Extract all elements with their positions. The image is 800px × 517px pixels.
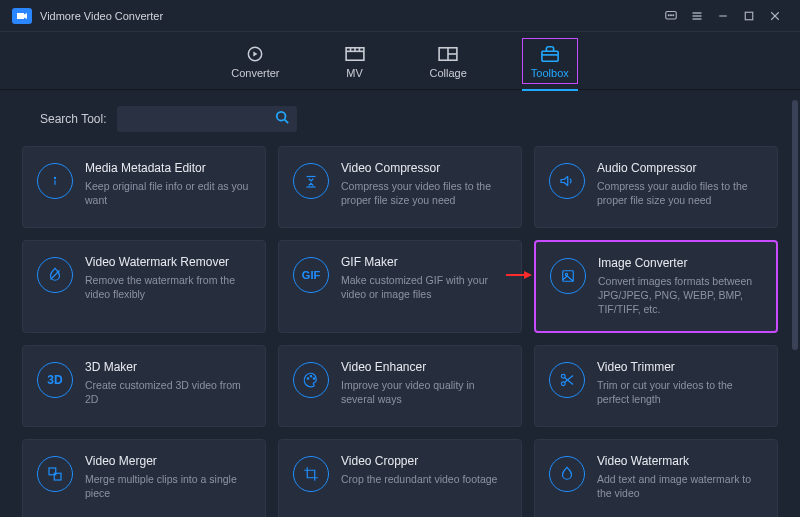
search-label: Search Tool: <box>40 112 107 126</box>
tool-grid: Media Metadata EditorKeep original file … <box>22 146 778 517</box>
tool-video-watermark[interactable]: Video WatermarkAdd text and image waterm… <box>534 439 778 517</box>
tab-label: Converter <box>231 67 279 79</box>
tool-desc: Add text and image watermark to the vide… <box>597 472 763 500</box>
audio-compress-icon <box>549 163 585 199</box>
tool-title: Video Compressor <box>341 161 507 175</box>
collage-icon <box>437 45 459 63</box>
toolbox-icon <box>539 45 561 63</box>
app-title: Vidmore Video Converter <box>40 10 163 22</box>
tool-desc: Keep original file info or edit as you w… <box>85 179 251 207</box>
tool-title: GIF Maker <box>341 255 507 269</box>
search-input[interactable] <box>125 112 275 126</box>
titlebar: Vidmore Video Converter <box>0 0 800 32</box>
svg-point-33 <box>310 375 312 377</box>
search-input-wrap[interactable] <box>117 106 297 132</box>
search-icon[interactable] <box>275 110 289 128</box>
scissors-icon <box>549 362 585 398</box>
svg-rect-21 <box>542 51 558 61</box>
mv-icon <box>344 45 366 63</box>
tool-desc: Compress your video files to the proper … <box>341 179 507 207</box>
tool-desc: Compress your audio files to the proper … <box>597 179 763 207</box>
svg-point-1 <box>668 14 669 15</box>
scrollbar[interactable] <box>792 90 798 450</box>
tool-desc: Make customized GIF with your video or i… <box>341 273 507 301</box>
watermark-remove-icon <box>37 257 73 293</box>
highlight-arrow-icon <box>506 266 532 284</box>
svg-point-3 <box>673 14 674 15</box>
tool-media-metadata-editor[interactable]: Media Metadata EditorKeep original file … <box>22 146 266 228</box>
svg-point-36 <box>561 381 565 385</box>
tool-title: Image Converter <box>598 256 762 270</box>
app-logo-icon <box>12 8 32 24</box>
tool-video-watermark-remover[interactable]: Video Watermark RemoverRemove the waterm… <box>22 240 266 333</box>
converter-icon <box>244 45 266 63</box>
info-icon <box>37 163 73 199</box>
tool-video-merger[interactable]: Video MergerMerge multiple clips into a … <box>22 439 266 517</box>
tool-title: Video Cropper <box>341 454 497 468</box>
tool-3d-maker[interactable]: 3D 3D MakerCreate customized 3D video fr… <box>22 345 266 427</box>
tool-desc: Convert images formats between JPG/JPEG,… <box>598 274 762 317</box>
feedback-icon[interactable] <box>658 0 684 32</box>
tool-title: Video Merger <box>85 454 251 468</box>
tool-video-cropper[interactable]: Video CropperCrop the redundant video fo… <box>278 439 522 517</box>
svg-point-35 <box>561 374 565 378</box>
tool-gif-maker[interactable]: GIF GIF MakerMake customized GIF with yo… <box>278 240 522 333</box>
tool-title: Video Trimmer <box>597 360 763 374</box>
tool-desc: Remove the watermark from the video flex… <box>85 273 251 301</box>
image-convert-icon <box>550 258 586 294</box>
tool-title: Video Watermark Remover <box>85 255 251 269</box>
minimize-button[interactable] <box>710 0 736 32</box>
close-button[interactable] <box>762 0 788 32</box>
svg-point-23 <box>276 112 285 121</box>
scrollbar-thumb[interactable] <box>792 100 798 350</box>
tool-desc: Improve your video quality in several wa… <box>341 378 507 406</box>
tool-audio-compressor[interactable]: Audio CompressorCompress your audio file… <box>534 146 778 228</box>
tool-title: Media Metadata Editor <box>85 161 251 175</box>
tab-label: Toolbox <box>531 67 569 79</box>
tab-toolbox[interactable]: Toolbox <box>522 38 578 84</box>
crop-icon <box>293 456 329 492</box>
search-row: Search Tool: <box>0 90 800 142</box>
palette-icon <box>293 362 329 398</box>
menu-icon[interactable] <box>684 0 710 32</box>
svg-line-24 <box>284 120 288 124</box>
tool-desc: Create customized 3D video from 2D <box>85 378 251 406</box>
tool-title: Video Enhancer <box>341 360 507 374</box>
tool-image-converter[interactable]: Image ConverterConvert images formats be… <box>534 240 778 333</box>
3d-icon: 3D <box>37 362 73 398</box>
compress-icon <box>293 163 329 199</box>
maximize-button[interactable] <box>736 0 762 32</box>
tool-video-trimmer[interactable]: Video TrimmerTrim or cut your videos to … <box>534 345 778 427</box>
svg-marker-12 <box>254 51 258 56</box>
gif-icon: GIF <box>293 257 329 293</box>
tool-desc: Crop the redundant video footage <box>341 472 497 486</box>
tool-desc: Trim or cut your videos to the perfect l… <box>597 378 763 406</box>
merge-icon <box>37 456 73 492</box>
watermark-icon <box>549 456 585 492</box>
main-tabs: Converter MV Collage Toolbox <box>0 32 800 90</box>
tool-title: Audio Compressor <box>597 161 763 175</box>
svg-point-2 <box>671 14 672 15</box>
tab-converter[interactable]: Converter <box>222 38 288 84</box>
tool-video-enhancer[interactable]: Video EnhancerImprove your video quality… <box>278 345 522 427</box>
tool-video-compressor[interactable]: Video CompressorCompress your video file… <box>278 146 522 228</box>
tab-collage[interactable]: Collage <box>421 38 476 84</box>
svg-point-25 <box>54 177 55 178</box>
tab-mv[interactable]: MV <box>335 38 375 84</box>
svg-rect-8 <box>745 12 753 20</box>
svg-point-34 <box>313 377 315 379</box>
svg-point-32 <box>307 377 309 379</box>
tab-label: MV <box>346 67 363 79</box>
tool-title: Video Watermark <box>597 454 763 468</box>
tool-desc: Merge multiple clips into a single piece <box>85 472 251 500</box>
svg-marker-42 <box>524 271 532 279</box>
tab-label: Collage <box>430 67 467 79</box>
tool-title: 3D Maker <box>85 360 251 374</box>
